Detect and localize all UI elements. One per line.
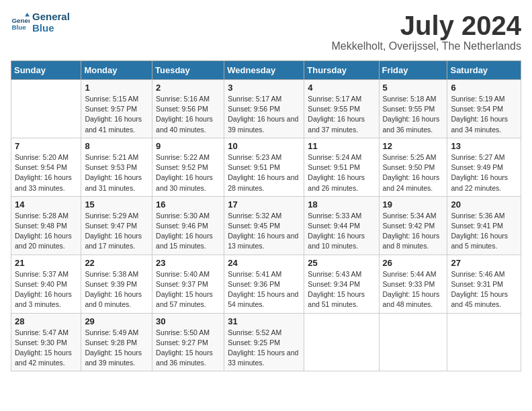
day-number: 29 [85,316,148,326]
day-info: Sunrise: 5:36 AMSunset: 9:41 PMDaylight:… [451,211,517,252]
day-info: Sunrise: 5:20 AMSunset: 9:54 PMDaylight:… [15,152,77,193]
day-info: Sunrise: 5:37 AMSunset: 9:40 PMDaylight:… [15,269,77,310]
day-cell: 25Sunrise: 5:43 AMSunset: 9:34 PMDayligh… [304,255,379,313]
day-number: 28 [15,316,77,326]
day-cell: 18Sunrise: 5:33 AMSunset: 9:44 PMDayligh… [304,196,379,255]
svg-marker-2 [25,13,30,17]
day-info: Sunrise: 5:52 AMSunset: 9:25 PMDaylight:… [228,328,300,369]
week-row-5: 28Sunrise: 5:47 AMSunset: 9:30 PMDayligh… [11,313,521,371]
day-cell: 30Sunrise: 5:50 AMSunset: 9:27 PMDayligh… [152,313,224,371]
title-area: July 2024 Mekkelholt, Overijssel, The Ne… [332,11,522,52]
header: General Blue General Blue July 2024 Mekk… [11,11,521,52]
day-cell: 20Sunrise: 5:36 AMSunset: 9:41 PMDayligh… [447,196,521,255]
column-header-monday: Monday [81,61,152,80]
day-info: Sunrise: 5:43 AMSunset: 9:34 PMDaylight:… [308,269,375,310]
day-info: Sunrise: 5:33 AMSunset: 9:44 PMDaylight:… [308,211,375,252]
day-cell: 29Sunrise: 5:49 AMSunset: 9:28 PMDayligh… [81,313,152,371]
calendar-table: SundayMondayTuesdayWednesdayThursdayFrid… [11,60,521,371]
day-cell: 6Sunrise: 5:19 AMSunset: 9:54 PMDaylight… [447,80,521,138]
day-cell: 12Sunrise: 5:25 AMSunset: 9:50 PMDayligh… [379,138,447,196]
column-header-wednesday: Wednesday [224,61,304,80]
day-cell [379,313,447,371]
day-number: 21 [15,258,77,268]
day-cell: 22Sunrise: 5:38 AMSunset: 9:39 PMDayligh… [81,255,152,313]
day-number: 1 [85,83,148,93]
day-cell: 13Sunrise: 5:27 AMSunset: 9:49 PMDayligh… [447,138,521,196]
day-number: 18 [308,199,375,210]
month-title: July 2024 [332,11,522,40]
svg-text:Blue: Blue [11,24,26,31]
day-number: 22 [85,258,148,268]
column-header-sunday: Sunday [11,61,81,80]
day-info: Sunrise: 5:24 AMSunset: 9:51 PMDaylight:… [308,152,375,193]
day-number: 10 [228,141,300,151]
day-cell: 15Sunrise: 5:29 AMSunset: 9:47 PMDayligh… [81,196,152,255]
day-cell: 28Sunrise: 5:47 AMSunset: 9:30 PMDayligh… [11,313,81,371]
day-cell: 19Sunrise: 5:34 AMSunset: 9:42 PMDayligh… [379,196,447,255]
header-row: SundayMondayTuesdayWednesdayThursdayFrid… [11,61,521,80]
day-cell: 26Sunrise: 5:44 AMSunset: 9:33 PMDayligh… [379,255,447,313]
day-number: 13 [451,141,517,151]
day-cell: 27Sunrise: 5:46 AMSunset: 9:31 PMDayligh… [447,255,521,313]
day-info: Sunrise: 5:49 AMSunset: 9:28 PMDaylight:… [85,328,148,369]
day-number: 24 [228,258,300,268]
day-cell: 5Sunrise: 5:18 AMSunset: 9:55 PMDaylight… [379,80,447,138]
column-header-thursday: Thursday [304,61,379,80]
day-info: Sunrise: 5:16 AMSunset: 9:56 PMDaylight:… [156,94,220,135]
day-number: 11 [308,141,375,151]
day-info: Sunrise: 5:32 AMSunset: 9:45 PMDaylight:… [228,211,300,252]
day-number: 4 [308,83,375,93]
day-number: 30 [156,316,220,326]
day-number: 14 [15,199,77,210]
day-info: Sunrise: 5:25 AMSunset: 9:50 PMDaylight:… [383,152,444,193]
day-cell: 4Sunrise: 5:17 AMSunset: 9:55 PMDaylight… [304,80,379,138]
day-info: Sunrise: 5:40 AMSunset: 9:37 PMDaylight:… [156,269,220,310]
day-number: 6 [451,83,517,93]
week-row-3: 14Sunrise: 5:28 AMSunset: 9:48 PMDayligh… [11,196,521,255]
day-cell: 31Sunrise: 5:52 AMSunset: 9:25 PMDayligh… [224,313,304,371]
logo-text-general: General [32,11,70,22]
day-number: 5 [383,83,444,93]
day-cell: 24Sunrise: 5:41 AMSunset: 9:36 PMDayligh… [224,255,304,313]
day-number: 20 [451,199,517,210]
day-number: 3 [228,83,300,93]
location-title: Mekkelholt, Overijssel, The Netherlands [332,40,522,52]
day-cell [304,313,379,371]
day-cell: 16Sunrise: 5:30 AMSunset: 9:46 PMDayligh… [152,196,224,255]
day-number: 12 [383,141,444,151]
day-cell: 17Sunrise: 5:32 AMSunset: 9:45 PMDayligh… [224,196,304,255]
day-info: Sunrise: 5:28 AMSunset: 9:48 PMDaylight:… [15,211,77,252]
day-info: Sunrise: 5:27 AMSunset: 9:49 PMDaylight:… [451,152,517,193]
day-number: 17 [228,199,300,210]
day-info: Sunrise: 5:21 AMSunset: 9:53 PMDaylight:… [85,152,148,193]
day-cell: 21Sunrise: 5:37 AMSunset: 9:40 PMDayligh… [11,255,81,313]
day-number: 15 [85,199,148,210]
day-info: Sunrise: 5:17 AMSunset: 9:55 PMDaylight:… [308,94,375,135]
day-info: Sunrise: 5:44 AMSunset: 9:33 PMDaylight:… [383,269,444,310]
day-info: Sunrise: 5:19 AMSunset: 9:54 PMDaylight:… [451,94,517,135]
day-number: 2 [156,83,220,93]
day-number: 9 [156,141,220,151]
logo-text-blue: Blue [32,22,70,34]
day-info: Sunrise: 5:34 AMSunset: 9:42 PMDaylight:… [383,211,444,252]
day-number: 7 [15,141,77,151]
day-cell: 7Sunrise: 5:20 AMSunset: 9:54 PMDaylight… [11,138,81,196]
day-number: 19 [383,199,444,210]
day-cell: 9Sunrise: 5:22 AMSunset: 9:52 PMDaylight… [152,138,224,196]
day-cell [11,80,81,138]
day-info: Sunrise: 5:29 AMSunset: 9:47 PMDaylight:… [85,211,148,252]
day-number: 16 [156,199,220,210]
day-info: Sunrise: 5:17 AMSunset: 9:56 PMDaylight:… [228,94,300,135]
day-info: Sunrise: 5:38 AMSunset: 9:39 PMDaylight:… [85,269,148,310]
day-info: Sunrise: 5:18 AMSunset: 9:55 PMDaylight:… [383,94,444,135]
day-number: 8 [85,141,148,151]
day-info: Sunrise: 5:46 AMSunset: 9:31 PMDaylight:… [451,269,517,310]
day-number: 26 [383,258,444,268]
day-info: Sunrise: 5:50 AMSunset: 9:27 PMDaylight:… [156,328,220,369]
day-cell [447,313,521,371]
logo: General Blue General Blue [11,11,70,34]
day-cell: 11Sunrise: 5:24 AMSunset: 9:51 PMDayligh… [304,138,379,196]
column-header-saturday: Saturday [447,61,521,80]
week-row-4: 21Sunrise: 5:37 AMSunset: 9:40 PMDayligh… [11,255,521,313]
day-info: Sunrise: 5:47 AMSunset: 9:30 PMDaylight:… [15,328,77,369]
